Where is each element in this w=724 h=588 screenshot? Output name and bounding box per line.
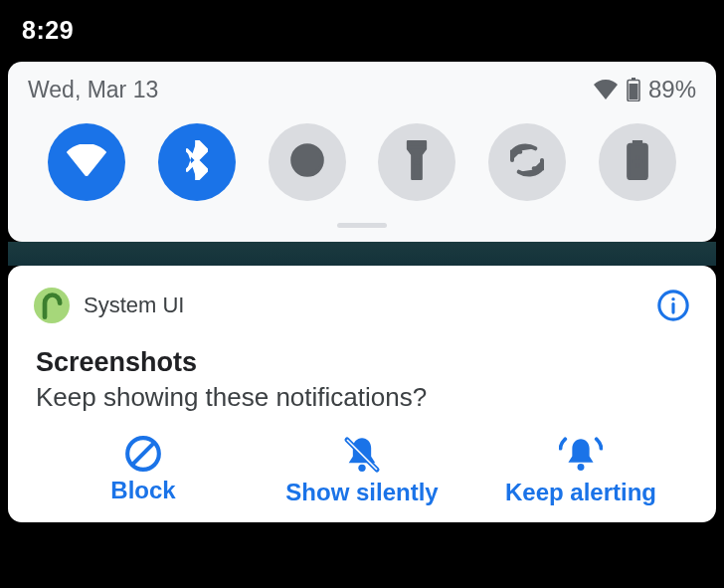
svg-point-19 (578, 464, 585, 471)
battery-plus-icon (626, 140, 649, 184)
qs-tile-dnd[interactable] (269, 123, 346, 201)
qs-expand-handle[interactable] (337, 223, 387, 228)
wifi-status-icon (593, 80, 619, 99)
block-icon (124, 435, 162, 473)
qs-tile-flashlight[interactable] (378, 123, 455, 201)
qs-tile-battery-saver[interactable] (599, 123, 676, 201)
app-icon-android-p (34, 288, 70, 323)
status-time: 8:29 (22, 16, 74, 45)
notification-header: System UI (34, 288, 690, 323)
notification-card: System UI Screenshots Keep showing these… (8, 266, 716, 522)
bluetooth-icon (186, 140, 208, 184)
action-show-silently[interactable]: Show silently (254, 435, 470, 506)
action-alert-label: Keep alerting (505, 479, 656, 506)
qs-tiles-row (28, 117, 696, 213)
battery-status-icon (627, 78, 640, 101)
qs-header: Wed, Mar 13 89% (28, 76, 696, 117)
qs-tile-wifi[interactable] (48, 123, 125, 201)
rotate-icon (507, 140, 547, 184)
flashlight-icon (405, 140, 429, 184)
notification-actions: Block Show silently Keep alerting (34, 423, 690, 506)
wifi-icon (67, 144, 106, 180)
quick-settings-panel: Wed, Mar 13 89% (8, 62, 716, 242)
qs-status-icons: 89% (593, 76, 696, 103)
svg-line-15 (132, 443, 154, 465)
svg-rect-2 (629, 84, 637, 99)
dnd-icon (289, 142, 325, 182)
status-bar: 8:29 (0, 0, 724, 60)
svg-point-12 (671, 297, 674, 300)
bell-off-icon (342, 435, 382, 475)
qs-tile-bluetooth[interactable] (158, 123, 236, 201)
svg-point-6 (416, 160, 419, 163)
wallpaper-strip (8, 242, 716, 266)
action-block-label: Block (110, 477, 175, 504)
bell-ring-icon (559, 435, 603, 475)
info-button[interactable] (656, 289, 690, 322)
notification-title: Screenshots (36, 347, 690, 378)
notification-text: Keep showing these notifications? (36, 382, 690, 413)
qs-tile-rotate[interactable] (488, 123, 566, 201)
app-name: System UI (84, 293, 184, 318)
action-block[interactable]: Block (35, 435, 252, 506)
notification-body: Screenshots Keep showing these notificat… (34, 323, 690, 423)
action-keep-alerting[interactable]: Keep alerting (472, 435, 689, 506)
qs-date: Wed, Mar 13 (28, 77, 158, 103)
battery-percentage: 89% (648, 76, 696, 103)
action-silent-label: Show silently (285, 479, 438, 506)
svg-point-16 (358, 465, 365, 472)
